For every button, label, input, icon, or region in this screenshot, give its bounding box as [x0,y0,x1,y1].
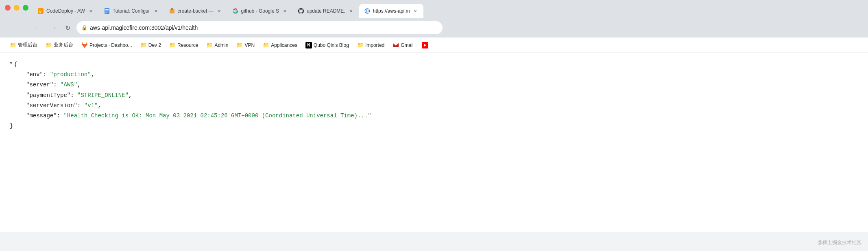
bookmark-bm1-icon: 📁 [10,42,16,48]
json-value-2: "STRIPE_ONLINE" [77,90,129,101]
json-comma-0: , [91,70,94,80]
json-field-4: "message": "Health Checking is OK: Mon M… [10,111,858,121]
bookmark-bm5-label: Resource [177,42,198,48]
tab3-close[interactable]: ✕ [216,8,222,14]
svg-rect-7 [171,8,173,10]
fullscreen-button[interactable] [23,5,28,11]
bookmark-bm3[interactable]: Projects · Dashbo... [78,40,135,51]
tab5-title: update README. [307,8,345,14]
json-field-1: "server": "AWS", [10,80,858,90]
bookmark-bm11-label: Gmail [401,42,413,48]
bookmark-bm6[interactable]: 📁Admin [203,40,231,51]
tab-tab1[interactable]: ACodeDeploy - AW✕ [33,4,99,18]
tab2-close[interactable]: ✕ [153,8,159,14]
json-key-0: "env" [26,70,43,80]
json-separator-2: : [70,90,77,101]
tab6-title: https://aws-api.m [373,8,410,14]
collapse-arrow[interactable]: ▼ [10,59,13,68]
json-key-1: "server" [26,80,53,90]
bookmark-bm7[interactable]: 📁VPN [233,40,258,51]
bookmark-bm10-label: Imported [365,42,384,48]
bookmark-bm5-icon: 📁 [169,42,176,48]
back-button[interactable]: ← [33,22,44,33]
bookmark-bm12[interactable] [419,40,432,51]
bookmark-bm4-label: Dev 2 [148,42,161,48]
reload-button[interactable]: ↻ [62,22,73,33]
tab1-title: CodeDeploy - AW [46,8,85,14]
tab-tab4[interactable]: github - Google S✕ [227,4,293,18]
bookmark-bm7-label: VPN [244,42,255,48]
bookmark-bm1-label: 管理后台 [18,42,37,48]
address-bar-row: ← → ↻ 🔒 aws-api.magicefire.com:3002/api/… [0,18,868,37]
bookmark-bm3-icon [81,42,88,48]
minimize-button[interactable] [14,5,20,11]
json-key-4: "message" [26,111,57,121]
svg-rect-3 [105,9,109,10]
json-field-0: "env": "production", [10,70,858,80]
tab3-favicon [169,8,175,14]
bookmark-bm9[interactable]: NQubo Qin's Blog [302,40,352,51]
bookmark-bm6-label: Admin [214,42,228,48]
address-text: aws-api.magicefire.com:3002/api/v1/healt… [90,24,438,31]
bookmark-bm2-icon: 📁 [46,42,52,48]
tab2-title: Tutorial: Configur [113,8,150,14]
brace-close: } [10,121,13,131]
tab4-favicon [232,8,239,14]
json-comma-1: , [77,80,81,90]
watermark: @稀土掘金技术社区 [818,239,861,246]
tab5-close[interactable]: ✕ [348,8,354,14]
tab-tab6[interactable]: https://aws-api.m✕ [359,4,424,18]
json-separator-0: : [43,70,50,80]
json-open-brace: ▼{ [10,59,858,70]
json-field-3: "serverVersion": "v1", [10,101,858,111]
json-comma-3: , [98,101,101,111]
tab-bar: ACodeDeploy - AW✕Tutorial: Configur✕crea… [0,0,868,18]
json-separator-3: : [77,101,84,111]
tab-tab3[interactable]: create-bucket —✕ [164,4,227,18]
forward-button[interactable]: → [47,22,59,33]
bookmark-bm10-icon: 📁 [357,42,364,48]
bookmark-bm7-icon: 📁 [236,42,243,48]
brace-open: { [14,59,17,70]
bookmark-bm11-icon [393,42,399,48]
json-key-3: "serverVersion" [26,101,77,111]
lock-icon: 🔒 [81,25,87,31]
tab-tab5[interactable]: update README.✕ [293,4,359,18]
tab-tab2[interactable]: Tutorial: Configur✕ [99,4,164,18]
address-bar[interactable]: 🔒 aws-api.magicefire.com:3002/api/v1/hea… [76,21,443,34]
bookmark-bm12-icon [422,42,428,48]
tab2-favicon [104,8,110,14]
svg-rect-5 [105,12,107,13]
bookmark-bm4-icon: 📁 [140,42,147,48]
bookmark-bm6-icon: 📁 [206,42,213,48]
bookmark-bm11[interactable]: Gmail [389,40,417,51]
json-comma-2: , [129,90,132,101]
close-button[interactable] [5,5,11,11]
json-separator-1: : [53,80,60,90]
tab4-close[interactable]: ✕ [281,8,288,14]
bookmark-bm8[interactable]: 📁Applicances [260,40,301,51]
bookmark-bm5[interactable]: 📁Resource [166,40,201,51]
json-value-4: "Health Checking is OK: Mon May 03 2021 … [63,111,371,121]
bookmark-bm9-label: Qubo Qin's Blog [314,42,349,48]
tab6-close[interactable]: ✕ [412,8,419,14]
page-content: ▼{ "env": "production","server": "AWS","… [0,53,868,232]
json-value-0: "production" [50,70,91,80]
svg-rect-6 [170,9,174,13]
bookmark-bm8-icon: 📁 [263,42,269,48]
json-value-3: "v1" [84,101,98,111]
bookmark-bm3-label: Projects · Dashbo... [89,42,132,48]
svg-rect-4 [105,11,109,11]
bookmark-bm10[interactable]: 📁Imported [354,40,388,51]
bookmark-bm2[interactable]: 📁业务后台 [42,40,76,51]
tab1-close[interactable]: ✕ [87,8,94,14]
bookmark-bm2-label: 业务后台 [54,42,73,48]
bookmark-bm9-icon: N [305,42,312,48]
bookmark-bm4[interactable]: 📁Dev 2 [137,40,164,51]
tab5-favicon [298,8,304,14]
svg-text:A: A [39,10,41,13]
bookmark-bm8-label: Applicances [271,42,297,48]
json-field-2: "paymentType": "STRIPE_ONLINE", [10,90,858,101]
tab6-favicon [364,8,371,14]
bookmark-bm1[interactable]: 📁管理后台 [7,40,41,51]
